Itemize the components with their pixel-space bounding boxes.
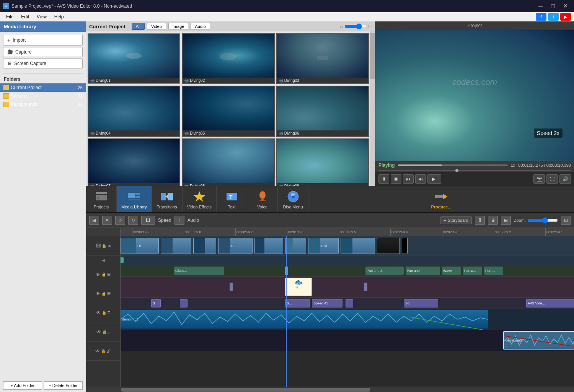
video-clip-6[interactable] — [285, 238, 306, 254]
ruler-mark-4: 00:01:39.5 — [339, 228, 356, 236]
filter-image-button[interactable]: Image — [168, 23, 189, 30]
storyboard-button[interactable]: ▪▪ Storyboard — [440, 216, 472, 224]
prev-button[interactable]: ⏮ — [403, 174, 414, 184]
maximize-button[interactable]: □ — [547, 2, 559, 10]
preview-status-bar: Playing 1x 00:01:15.275 / 00:03:10.390 — [375, 161, 574, 169]
tool-projects[interactable]: Projects — [86, 186, 117, 212]
redo-button[interactable]: ↻ — [128, 216, 138, 225]
h-scrollbar[interactable] — [86, 387, 574, 392]
scroll-track[interactable] — [370, 31, 375, 186]
effect-pan-zoom[interactable]: Pan and Z... — [365, 267, 404, 275]
eye-icon-4: 👁 — [96, 329, 101, 335]
menu-edit[interactable]: Edit — [18, 12, 32, 21]
filter-audio-button[interactable]: Audio — [191, 23, 210, 30]
play-segment-button[interactable]: ▶| — [427, 174, 441, 184]
video-clip-5[interactable] — [254, 238, 283, 254]
size-slider[interactable]: □ □ — [340, 23, 372, 29]
titlebar-controls[interactable]: ─ □ ✕ — [535, 2, 571, 10]
video-clip-2[interactable] — [161, 238, 191, 254]
text-speed-end[interactable] — [346, 299, 353, 307]
thumb-diving07[interactable]: 📹 Diving07 — [88, 138, 180, 186]
thumb-diving06[interactable]: 📹 Diving06 — [276, 86, 369, 137]
thumb-diving02[interactable]: 📹 Diving02 — [182, 33, 274, 84]
video-clip-1[interactable]: Di... — [121, 238, 159, 254]
text-avs[interactable]: AVS Vide... — [526, 299, 574, 307]
add-folder-button[interactable]: + Add Folder — [3, 381, 42, 390]
tool-produce[interactable]: Produce... — [308, 186, 574, 212]
menu-help[interactable]: Help — [51, 12, 67, 21]
folder-item-current[interactable]: Current Project 25 — [0, 83, 86, 92]
fit-zoom-button[interactable]: ⊡ — [561, 216, 571, 225]
tool-text[interactable]: T Text — [217, 186, 247, 212]
video-clip-3[interactable] — [193, 238, 216, 254]
scrollbar-track[interactable] — [121, 388, 573, 392]
thumb-diving03[interactable]: 📹 Diving03 — [276, 33, 369, 84]
toolbar: Projects Media Library — [86, 186, 574, 213]
expand-button[interactable]: ⊞ — [501, 216, 511, 225]
filter-all-button[interactable]: All — [132, 23, 145, 30]
effect-pan-a[interactable]: Pan a... — [463, 267, 482, 275]
audio2-clip[interactable]: demo.mp3 — [503, 331, 574, 350]
next-button[interactable]: ⏭ — [415, 174, 426, 184]
undo-button[interactable]: ↺ — [115, 216, 125, 225]
video-icon-6: 📹 — [279, 131, 283, 135]
timeline-grid-button[interactable]: ⊞ — [89, 216, 99, 225]
tool-video-effects[interactable]: Video Effects — [183, 186, 217, 212]
thumb-diving05[interactable]: 📹 Diving05 — [182, 86, 274, 137]
audio-note-button[interactable]: ♪ — [174, 216, 184, 225]
text-speed4x[interactable]: Speed 4x — [312, 299, 342, 307]
text-so[interactable]: So... — [404, 299, 438, 307]
preview-progress-bar[interactable] — [398, 164, 508, 166]
thumb-diving09[interactable]: 📹 Diving09 — [276, 138, 369, 186]
tool-media-library[interactable]: Media Library — [117, 186, 152, 212]
snapshot-button[interactable]: 📷 — [533, 174, 545, 184]
filter-video-button[interactable]: Video — [147, 23, 166, 30]
video-clip-7[interactable]: Divi... — [308, 238, 339, 254]
video-clip-8[interactable] — [341, 238, 375, 254]
fullscreen-button[interactable]: ⛶ — [546, 174, 558, 184]
zoom-slider-input[interactable] — [527, 217, 558, 223]
thumb-diving04[interactable]: 📹 Diving04 — [88, 86, 180, 137]
effect-glass[interactable]: Glass... — [174, 267, 224, 275]
monitor-button[interactable]: 🖥 — [488, 216, 498, 225]
thumb-diving08[interactable]: 📹 Diving08 — [182, 138, 274, 186]
import-button[interactable]: + Import — [3, 35, 83, 46]
svg-rect-17 — [261, 199, 264, 200]
svg-rect-3 — [96, 192, 107, 194]
folder-item-samples[interactable]: Samples 31 — [0, 92, 86, 100]
delete-folder-button[interactable]: − Delete Folder — [44, 381, 83, 390]
text-2[interactable] — [180, 299, 188, 307]
screen-capture-button[interactable]: 🖥 Screen Capture — [3, 59, 83, 68]
folder-item-backgrounds[interactable]: Backgrounds 65 — [0, 100, 86, 109]
tool-voice[interactable]: Voice — [247, 186, 278, 212]
audio-mix-button[interactable]: 🎚 — [475, 216, 485, 225]
twitter-button[interactable]: t — [548, 13, 559, 21]
capture-button[interactable]: 🎥 Capture — [3, 47, 83, 57]
text-s[interactable]: S — [151, 299, 161, 307]
stop-button[interactable]: ⏹ — [391, 174, 401, 184]
thumb-diving01[interactable]: 📹 Diving01 — [88, 33, 180, 84]
pause-button[interactable]: ⏸ — [378, 174, 389, 184]
size-range-input[interactable] — [344, 23, 367, 29]
effect-pan[interactable]: Pan ... — [484, 267, 503, 275]
text-s-label[interactable]: S... — [285, 299, 310, 307]
scrollbar-thumb[interactable] — [121, 388, 370, 392]
scroll-thumb[interactable] — [370, 33, 375, 79]
youtube-button[interactable]: ▶ — [560, 13, 571, 21]
menu-file[interactable]: File — [3, 12, 16, 21]
minimize-button[interactable]: ─ — [535, 2, 546, 10]
facebook-button[interactable]: f — [536, 13, 546, 21]
video-clip-black[interactable] — [377, 238, 400, 254]
video-clip-end[interactable] — [402, 238, 408, 254]
effect-wave[interactable]: Wave — [442, 267, 461, 275]
effect-pan-and[interactable]: Pan and ... — [406, 267, 440, 275]
volume-button[interactable]: 🔊 — [559, 174, 571, 184]
tool-transitions[interactable]: Transitions — [152, 186, 183, 212]
tool-disc-menu[interactable]: Disc Menu — [278, 186, 308, 212]
timeline-close-button[interactable]: ✕ — [102, 216, 112, 225]
menu-view[interactable]: View — [34, 12, 50, 21]
overlay-fish[interactable]: 🐟 fi... — [285, 278, 312, 296]
speed-film-button[interactable]: 🎞 — [141, 216, 155, 225]
video-clip-4[interactable]: Di... — [218, 238, 253, 254]
close-button[interactable]: ✕ — [559, 2, 571, 10]
